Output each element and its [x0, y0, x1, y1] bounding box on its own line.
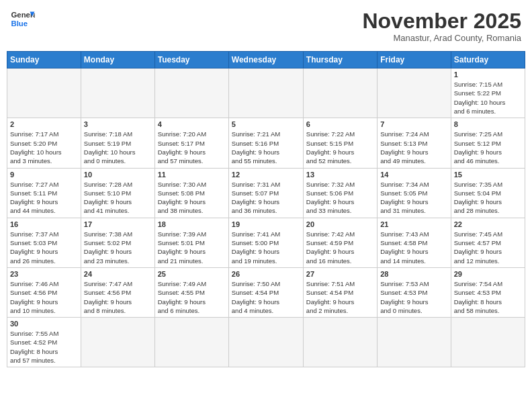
calendar-cell: 17Sunrise: 7:38 AM Sunset: 5:02 PM Dayli… — [81, 218, 154, 267]
weekday-header: Thursday — [303, 52, 377, 68]
day-info: Sunrise: 7:34 AM Sunset: 5:05 PM Dayligh… — [380, 180, 447, 216]
day-info: Sunrise: 7:42 AM Sunset: 4:59 PM Dayligh… — [306, 230, 374, 265]
day-number: 22 — [454, 220, 522, 228]
day-info: Sunrise: 7:28 AM Sunset: 5:10 PM Dayligh… — [84, 180, 152, 216]
day-number: 7 — [380, 120, 447, 128]
day-number: 13 — [306, 171, 374, 179]
day-info: Sunrise: 7:37 AM Sunset: 5:03 PM Dayligh… — [10, 230, 78, 265]
day-info: Sunrise: 7:45 AM Sunset: 4:57 PM Dayligh… — [454, 230, 522, 265]
day-number: 18 — [158, 220, 226, 228]
day-info: Sunrise: 7:20 AM Sunset: 5:17 PM Dayligh… — [158, 130, 226, 165]
calendar-cell — [81, 318, 154, 367]
day-number: 20 — [306, 220, 374, 228]
day-info: Sunrise: 7:54 AM Sunset: 4:53 PM Dayligh… — [454, 279, 522, 315]
day-info: Sunrise: 7:27 AM Sunset: 5:11 PM Dayligh… — [10, 180, 78, 216]
day-number: 30 — [10, 320, 78, 328]
day-number: 24 — [84, 270, 152, 278]
calendar-week-row: 30Sunrise: 7:55 AM Sunset: 4:52 PM Dayli… — [7, 318, 525, 367]
calendar-cell: 10Sunrise: 7:28 AM Sunset: 5:10 PM Dayli… — [81, 168, 154, 218]
page-header: General Blue November 2025 Manastur, Ara… — [7, 7, 525, 46]
day-number: 19 — [232, 220, 300, 228]
day-number: 8 — [454, 120, 522, 128]
day-info: Sunrise: 7:18 AM Sunset: 5:19 PM Dayligh… — [84, 130, 152, 165]
day-info: Sunrise: 7:31 AM Sunset: 5:07 PM Dayligh… — [232, 180, 300, 216]
day-number: 15 — [454, 171, 522, 179]
calendar-week-row: 23Sunrise: 7:46 AM Sunset: 4:56 PM Dayli… — [7, 267, 525, 317]
day-number: 27 — [306, 270, 374, 278]
calendar-cell: 11Sunrise: 7:30 AM Sunset: 5:08 PM Dayli… — [154, 168, 228, 218]
day-info: Sunrise: 7:50 AM Sunset: 4:54 PM Dayligh… — [232, 279, 300, 315]
calendar-cell: 22Sunrise: 7:45 AM Sunset: 4:57 PM Dayli… — [451, 218, 525, 267]
day-number: 2 — [10, 120, 78, 128]
calendar-cell — [303, 68, 377, 118]
day-info: Sunrise: 7:15 AM Sunset: 5:22 PM Dayligh… — [454, 80, 522, 116]
calendar-cell: 27Sunrise: 7:51 AM Sunset: 4:54 PM Dayli… — [303, 267, 377, 317]
calendar-cell — [154, 68, 228, 118]
day-info: Sunrise: 7:21 AM Sunset: 5:16 PM Dayligh… — [232, 130, 300, 165]
day-info: Sunrise: 7:39 AM Sunset: 5:01 PM Dayligh… — [158, 230, 226, 265]
day-info: Sunrise: 7:22 AM Sunset: 5:15 PM Dayligh… — [306, 130, 374, 165]
calendar-cell: 29Sunrise: 7:54 AM Sunset: 4:53 PM Dayli… — [451, 267, 525, 317]
day-number: 17 — [84, 220, 152, 228]
day-number: 23 — [10, 270, 78, 278]
day-number: 1 — [454, 71, 522, 79]
logo-icon: General Blue — [11, 9, 35, 28]
day-info: Sunrise: 7:43 AM Sunset: 4:58 PM Dayligh… — [380, 230, 447, 265]
weekday-header: Monday — [81, 52, 154, 68]
calendar-cell: 26Sunrise: 7:50 AM Sunset: 4:54 PM Dayli… — [228, 267, 303, 317]
weekday-header: Tuesday — [154, 52, 228, 68]
day-number: 6 — [306, 120, 374, 128]
calendar-cell: 9Sunrise: 7:27 AM Sunset: 5:11 PM Daylig… — [7, 168, 81, 218]
calendar-cell: 7Sunrise: 7:24 AM Sunset: 5:13 PM Daylig… — [378, 118, 451, 168]
day-info: Sunrise: 7:41 AM Sunset: 5:00 PM Dayligh… — [232, 230, 300, 265]
calendar-cell: 2Sunrise: 7:17 AM Sunset: 5:20 PM Daylig… — [7, 118, 81, 168]
day-info: Sunrise: 7:35 AM Sunset: 5:04 PM Dayligh… — [454, 180, 522, 216]
day-number: 16 — [10, 220, 78, 228]
calendar-cell: 25Sunrise: 7:49 AM Sunset: 4:55 PM Dayli… — [154, 267, 228, 317]
calendar-cell: 24Sunrise: 7:47 AM Sunset: 4:56 PM Dayli… — [81, 267, 154, 317]
day-number: 5 — [232, 120, 300, 128]
day-number: 21 — [380, 220, 447, 228]
calendar-week-row: 2Sunrise: 7:17 AM Sunset: 5:20 PM Daylig… — [7, 118, 525, 168]
svg-text:Blue: Blue — [11, 19, 28, 28]
day-info: Sunrise: 7:55 AM Sunset: 4:52 PM Dayligh… — [10, 329, 78, 365]
day-info: Sunrise: 7:51 AM Sunset: 4:54 PM Dayligh… — [306, 279, 374, 315]
calendar-table: SundayMondayTuesdayWednesdayThursdayFrid… — [7, 51, 525, 367]
day-number: 25 — [158, 270, 226, 278]
month-title: November 2025 — [362, 9, 521, 33]
calendar-cell — [378, 68, 451, 118]
day-info: Sunrise: 7:30 AM Sunset: 5:08 PM Dayligh… — [158, 180, 226, 216]
weekday-header: Sunday — [7, 52, 81, 68]
day-number: 9 — [10, 171, 78, 179]
day-number: 14 — [380, 171, 447, 179]
calendar-cell — [303, 318, 377, 367]
day-info: Sunrise: 7:25 AM Sunset: 5:12 PM Dayligh… — [454, 130, 522, 165]
calendar-cell — [154, 318, 228, 367]
weekday-header: Friday — [378, 52, 451, 68]
location-subtitle: Manastur, Arad County, Romania — [362, 33, 521, 43]
weekday-header: Wednesday — [228, 52, 303, 68]
calendar-cell: 6Sunrise: 7:22 AM Sunset: 5:15 PM Daylig… — [303, 118, 377, 168]
day-number: 4 — [158, 120, 226, 128]
day-info: Sunrise: 7:49 AM Sunset: 4:55 PM Dayligh… — [158, 279, 226, 315]
day-info: Sunrise: 7:53 AM Sunset: 4:53 PM Dayligh… — [380, 279, 447, 315]
calendar-cell — [228, 318, 303, 367]
calendar-cell — [451, 318, 525, 367]
logo: General Blue — [11, 9, 35, 28]
calendar-cell: 21Sunrise: 7:43 AM Sunset: 4:58 PM Dayli… — [378, 218, 451, 267]
calendar-cell: 13Sunrise: 7:32 AM Sunset: 5:06 PM Dayli… — [303, 168, 377, 218]
calendar-week-row: 1Sunrise: 7:15 AM Sunset: 5:22 PM Daylig… — [7, 68, 525, 118]
calendar-cell — [81, 68, 154, 118]
day-info: Sunrise: 7:38 AM Sunset: 5:02 PM Dayligh… — [84, 230, 152, 265]
calendar-cell: 5Sunrise: 7:21 AM Sunset: 5:16 PM Daylig… — [228, 118, 303, 168]
calendar-cell: 20Sunrise: 7:42 AM Sunset: 4:59 PM Dayli… — [303, 218, 377, 267]
calendar-cell: 19Sunrise: 7:41 AM Sunset: 5:00 PM Dayli… — [228, 218, 303, 267]
calendar-cell: 8Sunrise: 7:25 AM Sunset: 5:12 PM Daylig… — [451, 118, 525, 168]
day-number: 29 — [454, 270, 522, 278]
day-info: Sunrise: 7:46 AM Sunset: 4:56 PM Dayligh… — [10, 279, 78, 315]
calendar-cell: 28Sunrise: 7:53 AM Sunset: 4:53 PM Dayli… — [378, 267, 451, 317]
day-number: 12 — [232, 171, 300, 179]
day-info: Sunrise: 7:24 AM Sunset: 5:13 PM Dayligh… — [380, 130, 447, 165]
day-number: 11 — [158, 171, 226, 179]
calendar-cell — [7, 68, 81, 118]
